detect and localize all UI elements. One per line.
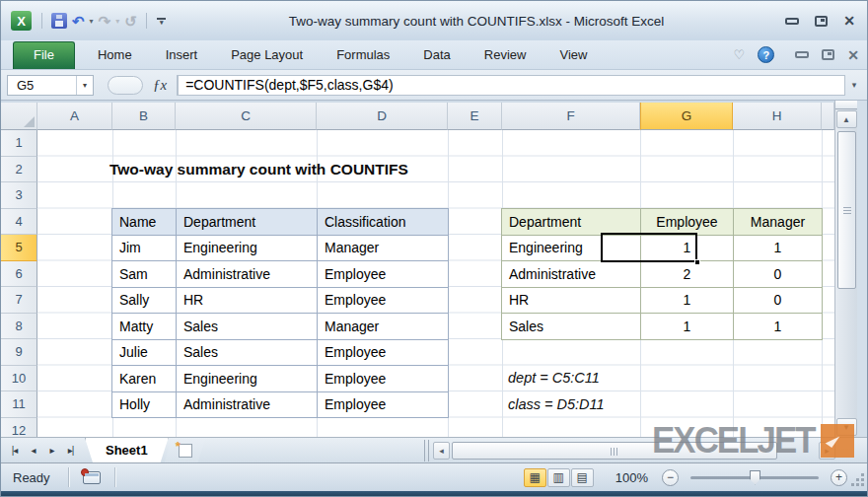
horizontal-scrollbar[interactable]: ◂ ▸ bbox=[433, 441, 835, 461]
cell-f7[interactable]: HR bbox=[502, 288, 641, 315]
insert-worksheet-button[interactable]: * bbox=[165, 438, 206, 462]
row-header-6[interactable]: 6 bbox=[1, 261, 37, 288]
page-layout-view-icon[interactable]: ▥ bbox=[547, 468, 570, 487]
formula-input[interactable]: =COUNTIFS(dept,$F5,class,G$4) bbox=[178, 75, 845, 96]
cell-b5[interactable]: Jim bbox=[112, 236, 177, 262]
cell-d9[interactable]: Employee bbox=[318, 340, 449, 367]
cell-g8[interactable]: 1 bbox=[641, 314, 734, 340]
select-all-button[interactable] bbox=[1, 103, 37, 130]
row-header-9[interactable]: 9 bbox=[1, 339, 37, 366]
tab-view[interactable]: View bbox=[542, 42, 604, 69]
source-header-department[interactable]: Department bbox=[177, 209, 318, 236]
cell-h7[interactable]: 0 bbox=[734, 288, 823, 315]
page-break-view-icon[interactable]: ▤ bbox=[571, 468, 594, 487]
cell-c6[interactable]: Administrative bbox=[177, 261, 318, 288]
cell-h8[interactable]: 1 bbox=[734, 314, 823, 340]
cell-c10[interactable]: Engineering bbox=[177, 366, 318, 392]
zoom-out-icon[interactable]: − bbox=[662, 469, 679, 486]
zoom-level[interactable]: 100% bbox=[615, 470, 648, 485]
column-header-c[interactable]: C bbox=[176, 103, 317, 130]
previous-sheet-icon[interactable]: ◂ bbox=[25, 442, 41, 460]
restore-window-icon[interactable] bbox=[815, 16, 828, 27]
scroll-left-icon[interactable]: ◂ bbox=[433, 442, 450, 460]
horizontal-scroll-thumb[interactable] bbox=[452, 442, 777, 460]
name-box[interactable]: G5 ▾ bbox=[7, 75, 94, 96]
resize-grip[interactable] bbox=[856, 478, 859, 481]
cell-d5[interactable]: Manager bbox=[318, 236, 449, 262]
insert-function-icon[interactable]: ƒx bbox=[151, 77, 177, 94]
macro-record-icon[interactable] bbox=[83, 471, 101, 484]
source-header-classification[interactable]: Classification bbox=[318, 209, 449, 236]
tab-review[interactable]: Review bbox=[468, 42, 543, 69]
cell-b11[interactable]: Holly bbox=[112, 392, 177, 419]
cell-d6[interactable]: Employee bbox=[318, 261, 449, 288]
save-icon[interactable] bbox=[51, 13, 67, 29]
vertical-scrollbar[interactable]: ▲ ▼ bbox=[834, 101, 857, 437]
cell-d7[interactable]: Employee bbox=[318, 288, 449, 315]
column-header-b[interactable]: B bbox=[112, 103, 176, 130]
normal-view-icon[interactable]: ▦ bbox=[524, 468, 546, 487]
scroll-down-icon[interactable]: ▼ bbox=[836, 418, 857, 436]
split-handle[interactable] bbox=[835, 101, 857, 109]
row-header-3[interactable]: 3 bbox=[1, 182, 37, 209]
minimize-window-icon[interactable] bbox=[785, 18, 799, 25]
help-icon[interactable]: ? bbox=[758, 46, 774, 63]
source-header-name[interactable]: Name bbox=[112, 209, 177, 236]
customize-quick-access-icon[interactable]: ▾ bbox=[156, 18, 168, 25]
scroll-up-icon[interactable]: ▲ bbox=[836, 110, 857, 128]
cell-b6[interactable]: Sam bbox=[112, 261, 177, 288]
column-header-d[interactable]: D bbox=[317, 103, 448, 130]
row-header-5-selected[interactable]: 5 bbox=[1, 235, 37, 261]
excel-app-icon[interactable]: X bbox=[11, 11, 32, 31]
worksheet-grid[interactable]: 1 2 3 4 5 6 7 8 9 10 11 12 Two-way summa… bbox=[1, 130, 834, 437]
row-header-8[interactable]: 8 bbox=[1, 314, 37, 340]
undo-icon[interactable]: ↶ bbox=[72, 14, 85, 29]
cell-d8[interactable]: Manager bbox=[318, 314, 449, 340]
row-header-1[interactable]: 1 bbox=[1, 130, 37, 157]
row-header-11[interactable]: 11 bbox=[1, 391, 37, 418]
vertical-scroll-thumb[interactable] bbox=[837, 131, 856, 289]
tab-formulas[interactable]: Formulas bbox=[320, 42, 406, 69]
active-cell-selection[interactable] bbox=[601, 233, 697, 262]
undo-dropdown-icon[interactable]: ▾ bbox=[90, 17, 94, 26]
cell-h5[interactable]: 1 bbox=[734, 236, 823, 262]
cell-b7[interactable]: Sally bbox=[112, 288, 177, 315]
row-header-2[interactable]: 2 bbox=[1, 157, 37, 183]
scroll-right-icon[interactable]: ▸ bbox=[819, 442, 835, 460]
cell-d10[interactable]: Employee bbox=[318, 366, 449, 392]
summary-header-employee[interactable]: Employee bbox=[641, 209, 734, 236]
last-sheet-icon[interactable]: ▸| bbox=[62, 442, 79, 460]
row-header-10[interactable]: 10 bbox=[1, 366, 37, 392]
tab-data[interactable]: Data bbox=[406, 42, 467, 69]
cell-g6[interactable]: 2 bbox=[641, 261, 734, 288]
cell-c5[interactable]: Engineering bbox=[177, 236, 318, 262]
cell-b9[interactable]: Julie bbox=[112, 340, 177, 367]
summary-header-manager[interactable]: Manager bbox=[734, 209, 823, 236]
zoom-in-icon[interactable]: + bbox=[831, 469, 847, 486]
expand-formula-bar-icon[interactable]: ▾ bbox=[845, 80, 863, 90]
cell-c7[interactable]: HR bbox=[177, 288, 318, 315]
row-header-12[interactable]: 12 bbox=[1, 418, 37, 438]
first-sheet-icon[interactable]: |◂ bbox=[6, 442, 23, 460]
row-header-7[interactable]: 7 bbox=[1, 287, 37, 314]
cell-f8[interactable]: Sales bbox=[502, 314, 641, 340]
formula-bar-handle[interactable] bbox=[108, 76, 143, 95]
tab-scrollbar-splitter[interactable] bbox=[424, 440, 429, 462]
column-header-e[interactable]: E bbox=[448, 103, 502, 130]
sheet-tab-sheet1[interactable]: Sheet1 bbox=[85, 438, 169, 462]
tab-page-layout[interactable]: Page Layout bbox=[214, 42, 320, 69]
restore-workbook-icon[interactable] bbox=[822, 49, 834, 60]
cell-c11[interactable]: Administrative bbox=[177, 392, 318, 419]
name-box-dropdown-icon[interactable]: ▾ bbox=[76, 76, 93, 95]
cell-b8[interactable]: Matty bbox=[112, 314, 177, 340]
cell-c9[interactable]: Sales bbox=[177, 340, 318, 367]
cell-b10[interactable]: Karen bbox=[112, 366, 177, 392]
next-sheet-icon[interactable]: ▸ bbox=[43, 442, 60, 460]
tab-home[interactable]: Home bbox=[81, 42, 149, 69]
row-header-4[interactable]: 4 bbox=[1, 209, 37, 236]
cell-h6[interactable]: 0 bbox=[734, 261, 823, 288]
tab-insert[interactable]: Insert bbox=[149, 42, 215, 69]
fill-handle[interactable] bbox=[694, 259, 700, 265]
cell-c8[interactable]: Sales bbox=[177, 314, 318, 340]
summary-header-department[interactable]: Department bbox=[502, 209, 641, 236]
